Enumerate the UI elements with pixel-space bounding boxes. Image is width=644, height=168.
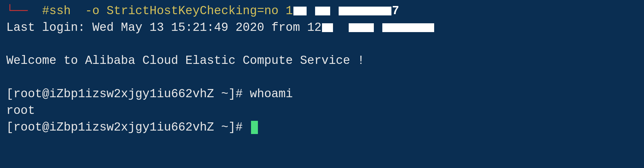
redacted-block (339, 7, 391, 15)
redacted-block (322, 23, 333, 32)
welcome-message: Welcome to Alibaba Cloud Elastic Compute… (6, 52, 638, 69)
redacted-block (382, 23, 434, 32)
ssh-command-line: └── #ssh -o StrictHostKeyChecking=no 1 7 (6, 3, 638, 19)
blank-line (6, 36, 638, 52)
ip-partial: 2 (314, 21, 322, 34)
whoami-command: whoami (250, 87, 293, 101)
redacted-block (315, 7, 330, 15)
last-login-line: Last login: Wed May 13 15:21:49 2020 fro… (6, 19, 638, 36)
redact-visible-char: 7 (392, 4, 399, 18)
whoami-line: [root@iZbp1izsw2xjgy1iu662vhZ ~]# whoami (6, 86, 638, 102)
redacted-block (349, 23, 374, 32)
terminal-cursor (251, 121, 258, 134)
hash-symbol: # (42, 4, 49, 18)
shell-prompt: [root@iZbp1izsw2xjgy1iu662vhZ ~]# (6, 120, 250, 134)
whoami-output: root (6, 102, 638, 119)
prompt-arrow: └── (6, 4, 28, 18)
current-prompt-line[interactable]: [root@iZbp1izsw2xjgy1iu662vhZ ~]# (6, 119, 638, 136)
last-login-text: Last login: Wed May 13 15:21:49 2020 fro… (6, 21, 314, 34)
blank-line (6, 69, 638, 86)
ssh-command-text: ssh -o StrictHostKeyChecking=no 1 (49, 4, 293, 18)
shell-prompt: [root@iZbp1izsw2xjgy1iu662vhZ ~]# (6, 87, 250, 101)
redacted-block (293, 7, 307, 15)
